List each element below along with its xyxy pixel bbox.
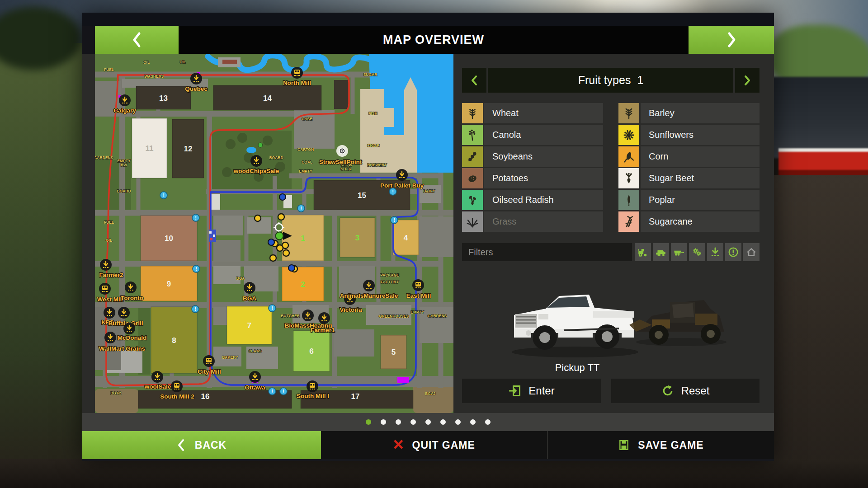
fruit-type-label: Corn — [641, 146, 760, 167]
fruit-type-grass: Grass — [462, 211, 603, 232]
page-title: MAP OVERVIEW — [179, 26, 689, 54]
svg-text:SUGAR: SUGAR — [363, 72, 377, 77]
reset-label: Reset — [681, 385, 710, 397]
svg-text:GARDENS: GARDENS — [428, 314, 447, 318]
page-dot-1[interactable] — [366, 419, 371, 425]
home-filter-button[interactable] — [743, 243, 760, 261]
right-ground — [768, 175, 868, 488]
svg-text:RW: RW — [121, 163, 127, 167]
svg-text:EMPTY: EMPTY — [299, 169, 312, 174]
home-filter-icon — [745, 246, 757, 258]
fruit-types-page: 1 — [637, 74, 643, 87]
svg-text:GARDENS: GARDENS — [95, 155, 113, 160]
svg-text:16: 16 — [201, 392, 210, 401]
map-overview-dialog: MAP OVERVIEW 1314111215109134287651617FU… — [82, 13, 774, 461]
svg-text:woolSale: woolSale — [144, 383, 171, 390]
fruit-type-sugarcane[interactable]: Sugarcane — [618, 211, 760, 232]
fruit-type-poplar[interactable]: Poplar — [618, 190, 760, 210]
vehicle-image-loader[interactable] — [627, 289, 736, 350]
svg-text:FACTORY: FACTORY — [381, 280, 399, 284]
filters-input[interactable]: Filters — [462, 243, 632, 261]
fruit-type-sunflowers[interactable]: Sunflowers — [618, 125, 760, 145]
svg-text:CASE: CASE — [302, 117, 312, 121]
fruit-type-label: Sugarcane — [641, 211, 760, 232]
svg-text:East Mill: East Mill — [406, 292, 431, 299]
svg-text:North Mill: North Mill — [283, 80, 311, 86]
page-next-button[interactable] — [689, 26, 774, 54]
save-game-button[interactable]: SAVE GAME — [548, 431, 774, 459]
quit-label: QUIT GAME — [412, 439, 475, 451]
barley-icon — [618, 103, 639, 123]
fruit-type-potatoes[interactable]: Potatoes — [462, 168, 603, 188]
gears-filter-button[interactable] — [689, 243, 705, 261]
enter-button[interactable]: Enter — [462, 379, 601, 403]
fruit-type-label: Canola — [484, 125, 603, 145]
title-bar-pad — [82, 26, 95, 54]
corn-icon — [618, 146, 639, 167]
fruit-type-corn[interactable]: Corn — [618, 146, 760, 167]
page-dot-2[interactable] — [381, 419, 386, 425]
map-view[interactable]: 1314111215109134287651617FUELOILOILWASHE… — [95, 54, 453, 413]
download-filter-button[interactable] — [707, 243, 723, 261]
svg-text:11: 11 — [146, 144, 154, 153]
fruit-type-wheat[interactable]: Wheat — [462, 103, 603, 123]
fruit-type-label: Potatoes — [484, 168, 603, 188]
fruit-type-label: Wheat — [484, 103, 603, 123]
trailer-filter-icon — [673, 246, 685, 258]
svg-text:9: 9 — [167, 280, 171, 288]
fruit-type-label: Sunflowers — [641, 125, 760, 145]
svg-text:PACKAGE: PACKAGE — [380, 273, 399, 277]
dialog-content: 1314111215109134287651617FUELOILOILWASHE… — [82, 54, 774, 413]
fruit-type-label: Poplar — [641, 190, 760, 210]
svg-text:FUEL: FUEL — [104, 67, 114, 72]
fruit-type-label: Sugar Beet — [641, 168, 760, 188]
svg-text:BREWERY: BREWERY — [367, 163, 387, 167]
reset-button[interactable]: Reset — [611, 379, 760, 403]
svg-text:4: 4 — [404, 234, 408, 242]
page-dot-5[interactable] — [425, 419, 431, 425]
enter-icon — [509, 385, 521, 397]
page-dot-6[interactable] — [440, 419, 446, 425]
back-button[interactable]: BACK — [82, 431, 321, 459]
svg-text:BGA: BGA — [236, 276, 245, 281]
quit-x-icon: × — [393, 435, 404, 453]
warning-filter-button[interactable] — [725, 243, 741, 261]
barn-silhouette — [768, 77, 868, 158]
harvester-filter-button[interactable] — [653, 243, 669, 261]
fruit-types-title-text: Fruit types — [578, 74, 631, 87]
fruit-next-button[interactable] — [735, 68, 760, 93]
fruit-type-canola[interactable]: Canola — [462, 125, 603, 145]
page-dot-9[interactable] — [485, 419, 491, 425]
svg-text:!: ! — [283, 389, 284, 394]
svg-text:12: 12 — [184, 145, 193, 153]
trailer-filter-button[interactable] — [671, 243, 687, 261]
fruit-prev-button[interactable] — [462, 68, 486, 93]
svg-text:1: 1 — [301, 234, 305, 243]
page-prev-button[interactable] — [95, 26, 179, 54]
oilseed-radish-icon — [462, 190, 483, 210]
gears-filter-icon — [691, 246, 703, 258]
svg-text:BGA2: BGA2 — [110, 391, 121, 395]
fruit-type-oilseed-radish[interactable]: Oilseed Radish — [462, 190, 603, 210]
svg-text:Victoria: Victoria — [340, 306, 362, 313]
tractor-filter-button[interactable] — [635, 243, 651, 261]
poplar-icon — [618, 190, 639, 210]
svg-text:!: ! — [392, 189, 394, 194]
svg-text:!: ! — [300, 206, 302, 211]
svg-text:Ottawa: Ottawa — [245, 384, 265, 391]
fruit-type-soybeans[interactable]: Soybeans — [462, 146, 603, 167]
svg-text:WallMart Grains: WallMart Grains — [99, 345, 145, 352]
fruit-type-sugar-beet[interactable]: Sugar Beet — [618, 168, 760, 188]
page-dot-4[interactable] — [410, 419, 416, 425]
svg-text:StrawSellPoint: StrawSellPoint — [319, 159, 362, 165]
svg-text:SOJA: SOJA — [340, 167, 351, 171]
page-dot-7[interactable] — [455, 419, 461, 425]
fruit-type-barley[interactable]: Barley — [618, 103, 760, 123]
page-dot-3[interactable] — [396, 419, 401, 425]
quit-game-button[interactable]: × QUIT GAME — [321, 431, 548, 459]
sugarcane-icon — [618, 211, 639, 232]
fruit-types-title: Fruit types 1 — [488, 68, 733, 93]
page-dot-8[interactable] — [470, 419, 476, 425]
svg-text:Farmer2: Farmer2 — [99, 272, 123, 278]
svg-text:CLAAS: CLAAS — [248, 349, 262, 353]
